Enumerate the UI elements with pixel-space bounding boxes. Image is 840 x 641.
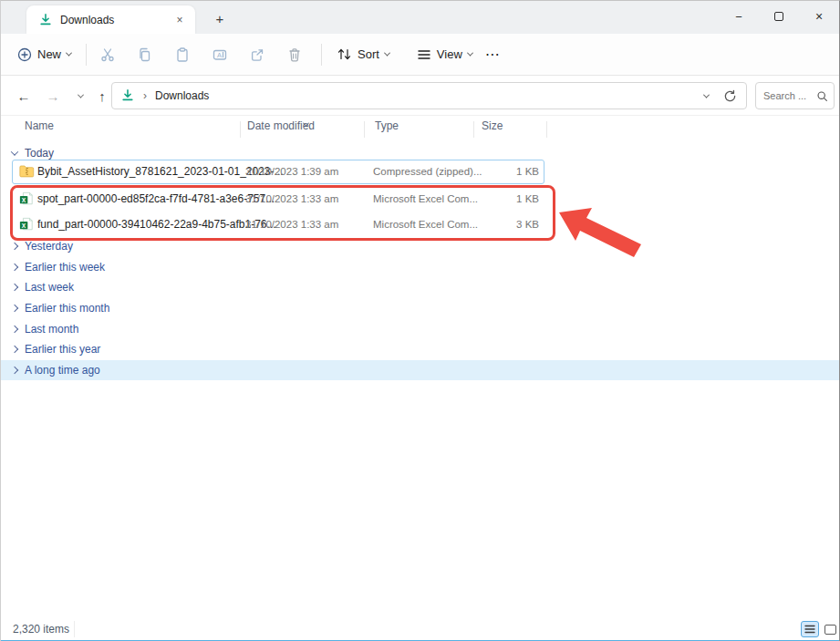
file-explorer-window: Downloads × + − × New	[0, 0, 840, 641]
group-label: Today	[25, 147, 54, 160]
copy-icon	[137, 47, 153, 63]
maximize-icon	[774, 12, 783, 21]
group-label: A long time ago	[25, 364, 100, 377]
sort-button[interactable]: Sort	[327, 39, 399, 70]
rename-button[interactable]: A	[204, 39, 235, 70]
back-button[interactable]: ←	[12, 84, 36, 108]
file-date-modified: 31/10/2023 1:33 am	[245, 193, 338, 204]
paste-button[interactable]	[167, 39, 198, 70]
share-icon	[249, 47, 265, 63]
file-date-modified: 31/10/2023 1:39 am	[245, 166, 338, 177]
chevron-right-icon	[11, 243, 18, 250]
file-row-spot-csv[interactable]: X spot_part-00000-ed85f2ca-f7fd-4781-a3e…	[1, 187, 839, 212]
group-label: Last week	[25, 281, 74, 294]
window-controls: − ×	[719, 1, 839, 32]
address-bar[interactable]: › Downloads	[111, 82, 747, 109]
cut-button[interactable]	[92, 39, 123, 70]
toolbar: New A	[1, 34, 839, 76]
titlebar: Downloads × + − ×	[1, 1, 839, 34]
tab-label: Downloads	[60, 14, 171, 26]
view-button[interactable]: View	[408, 39, 482, 70]
file-type: Microsoft Excel Com...	[373, 193, 478, 204]
more-options-button[interactable]: ⋯	[485, 46, 501, 63]
view-button-label: View	[437, 47, 462, 61]
details-view-toggle[interactable]	[801, 621, 819, 637]
group-header-a-long-time-ago[interactable]: A long time ago	[1, 360, 839, 380]
chevron-right-icon	[11, 326, 18, 333]
share-button[interactable]	[242, 39, 273, 70]
new-tab-button[interactable]: +	[209, 8, 231, 28]
recent-locations-button[interactable]	[68, 84, 92, 108]
group-header-earlier-this-week[interactable]: Earlier this week	[1, 257, 839, 277]
view-list-icon	[417, 48, 431, 61]
refresh-icon[interactable]	[723, 89, 737, 103]
column-separator[interactable]	[364, 121, 365, 138]
file-size: 1 KB	[466, 166, 539, 177]
chevron-down-icon	[467, 50, 473, 57]
group-header-earlier-this-year[interactable]: Earlier this year	[1, 339, 839, 359]
chevron-right-icon	[11, 367, 18, 374]
tab-downloads[interactable]: Downloads ×	[26, 5, 195, 34]
column-header-date-modified[interactable]: Date modified	[247, 119, 315, 132]
column-separator[interactable]	[546, 121, 547, 138]
scissors-icon	[99, 47, 116, 63]
svg-text:A: A	[217, 51, 222, 59]
group-header-yesterday[interactable]: Yesterday	[1, 236, 839, 256]
delete-button[interactable]	[279, 39, 310, 70]
group-label: Yesterday	[25, 240, 73, 253]
status-bar: 2,320 items	[1, 619, 839, 640]
file-size: 3 KB	[466, 219, 539, 230]
address-dropdown-chevron-icon[interactable]	[703, 91, 710, 98]
file-name: fund_part-00000-39410462-22a9-4b75-afb1-…	[37, 218, 276, 231]
toolbar-separator	[86, 44, 87, 66]
search-input[interactable]	[763, 90, 816, 101]
group-label: Last month	[25, 323, 78, 336]
chevron-down-icon	[11, 148, 18, 155]
rename-icon: A	[212, 47, 228, 63]
chevron-right-icon	[11, 305, 18, 312]
group-label: Earlier this year	[25, 343, 100, 356]
group-header-earlier-this-month[interactable]: Earlier this month	[1, 298, 839, 318]
column-header-name[interactable]: Name	[25, 119, 54, 132]
forward-button[interactable]: →	[41, 84, 65, 108]
breadcrumb[interactable]: Downloads	[155, 89, 209, 102]
group-header-last-week[interactable]: Last week	[1, 277, 839, 297]
file-type: Microsoft Excel Com...	[373, 219, 478, 230]
column-separator[interactable]	[240, 121, 241, 138]
details-view-icon	[804, 625, 815, 634]
group-header-last-month[interactable]: Last month	[1, 319, 839, 339]
tab-close-icon[interactable]: ×	[171, 12, 188, 28]
close-button[interactable]: ×	[799, 1, 839, 32]
excel-icon: X	[19, 217, 34, 232]
zip-folder-icon	[19, 164, 35, 178]
items-count: 2,320 items	[13, 623, 69, 636]
toolbar-separator	[321, 44, 322, 66]
chevron-down-icon	[384, 50, 390, 57]
maximize-button[interactable]	[759, 1, 799, 32]
large-icons-view-toggle[interactable]	[821, 621, 839, 637]
sort-button-label: Sort	[358, 47, 379, 61]
sort-icon	[337, 47, 352, 61]
file-date-modified: 31/10/2023 1:33 am	[245, 219, 338, 230]
chevron-down-icon	[77, 91, 83, 98]
chevron-right-icon	[11, 346, 18, 353]
excel-icon: X	[19, 191, 34, 206]
paste-icon	[174, 47, 191, 63]
column-separator[interactable]	[473, 121, 474, 138]
minimize-button[interactable]: −	[719, 1, 759, 32]
trash-icon	[286, 47, 303, 63]
file-row-fund-csv[interactable]: X fund_part-00000-39410462-22a9-4b75-afb…	[1, 212, 839, 237]
svg-text:X: X	[22, 197, 26, 203]
large-icons-view-icon	[824, 625, 836, 635]
download-icon	[39, 14, 52, 26]
group-label: Earlier this month	[25, 302, 109, 315]
copy-button[interactable]	[130, 39, 161, 70]
column-header-type[interactable]: Type	[375, 119, 399, 132]
column-header-size[interactable]: Size	[482, 119, 503, 132]
new-button-label: New	[37, 47, 61, 61]
new-button[interactable]: New	[8, 39, 80, 70]
chevron-down-icon	[66, 50, 72, 57]
search-box[interactable]	[755, 82, 835, 109]
group-label: Earlier this week	[25, 261, 105, 274]
file-row-bybit-zip[interactable]: Bybit_AssetHistory_8781621_2023-01-01_20…	[1, 160, 839, 184]
